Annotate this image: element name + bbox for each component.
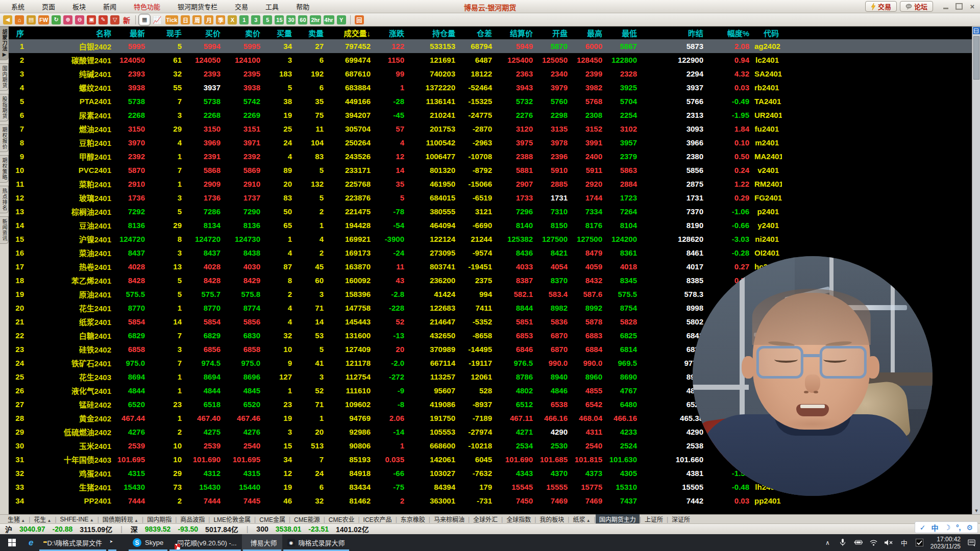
zoom-in-icon[interactable]: ⊕ (63, 15, 72, 24)
column-header-10[interactable]: 持仓量 (409, 28, 459, 38)
sidebar-tab-5[interactable]: 热点排名 (0, 186, 9, 213)
menu-item-2[interactable]: 板块 (72, 2, 86, 11)
board-tab-国债期转现[interactable]: 国债期转现 ▲ (99, 514, 142, 524)
column-header-2[interactable]: 最新 (114, 28, 149, 38)
menu-item-3[interactable]: 新闻 (103, 2, 116, 11)
taskbar-app-Skype[interactable]: SSkype (128, 534, 168, 551)
board-tab-ICE农产品[interactable]: ICE农产品 (360, 514, 396, 524)
board-tab-全球指数[interactable]: 全球指数 (503, 514, 534, 524)
menu-item-5[interactable]: 银河期货专栏 (178, 2, 217, 11)
column-header-8[interactable]: 成交量↓ (328, 28, 375, 38)
notification-icon[interactable] (967, 538, 976, 547)
scrollbar-down-arrow[interactable]: ▼ (972, 508, 980, 513)
quote-row-豆油2401[interactable]: 14豆油240181362981348136651194428-54464094… (9, 218, 972, 232)
board-tab-纸浆[interactable]: 纸浆 ▲ (569, 514, 594, 524)
period-2hr-icon[interactable]: 2hr (310, 15, 321, 24)
maximize-button[interactable] (954, 3, 964, 10)
board-tab-SHFE-INE[interactable]: SHFE-INE ▲ (57, 515, 97, 523)
board-tab-商品波指[interactable]: 商品波指 (177, 514, 208, 524)
microphone-icon[interactable] (839, 538, 847, 547)
ime-lang-icon[interactable]: 中 (900, 538, 909, 547)
sidebar-tab-0[interactable]: 胡蒙刀法▶ (0, 27, 9, 60)
column-header-11[interactable]: 仓差 (459, 28, 496, 38)
column-header-12[interactable]: 结算价 (496, 28, 537, 38)
zoom-out-icon[interactable]: ⊖ (75, 15, 84, 24)
column-header-4[interactable]: 买价 (186, 28, 225, 38)
board-tab-LME伦敦金属[interactable]: LME伦敦金属 (210, 514, 254, 524)
scrollbar-thumb[interactable] (973, 36, 979, 80)
taskbar-app-同花顺(v9.20.50) -...[interactable]: 同花顺(v9.20.50) -... (168, 534, 241, 551)
menu-item-8[interactable]: 帮助 (296, 2, 309, 11)
taskbar-app-嗨格式录屏大师[interactable]: ◉嗨格式录屏大师 (282, 534, 350, 551)
volume-muted-icon[interactable] (885, 538, 893, 547)
forum-button[interactable]: 论坛 (900, 1, 933, 12)
board-tab-生猪[interactable]: 生猪 ▲ (4, 514, 29, 524)
column-header-9[interactable]: 涨跌 (375, 28, 409, 38)
filter-icon[interactable]: ▽ (110, 15, 119, 24)
period-15-icon[interactable]: 15 (275, 15, 284, 24)
taskbar-app-ie-icon[interactable]: e (23, 534, 38, 551)
period-Y-icon[interactable]: Y (337, 15, 346, 24)
period-3-icon[interactable]: 3 (251, 15, 260, 24)
quote-row-纯碱2401[interactable]: 3纯碱2401239332239323951831926876109974020… (9, 67, 972, 81)
board-tab-东京橡胶[interactable]: 东京橡胶 (397, 514, 429, 524)
column-header-1[interactable]: 名称 (30, 28, 114, 38)
quote-row-燃油2401[interactable]: 7燃油240131502931503151251130570457201753-… (9, 122, 972, 136)
column-header-15[interactable]: 最低 (606, 28, 641, 38)
period-回-icon[interactable]: 回 (355, 15, 364, 24)
column-header-6[interactable]: 买量 (264, 28, 296, 38)
period-X-icon[interactable]: X (228, 15, 237, 24)
period-4hr-icon[interactable]: 4hr (324, 15, 334, 24)
draw-icon[interactable]: ✎ (99, 15, 108, 24)
layers-icon[interactable]: ▣ (87, 15, 96, 24)
ime-punct-icon[interactable]: °, (956, 523, 961, 532)
period-Tick-icon[interactable]: Tick (165, 15, 179, 24)
sidebar-tab-2[interactable]: 股指期货 (0, 94, 9, 121)
period-1-icon[interactable]: 1 (239, 15, 249, 24)
sidebar-tab-3[interactable]: 期权报价 (0, 124, 9, 152)
taskbar-app-博易大师[interactable]: 博易大师 (242, 534, 282, 551)
sidebar-tab-6[interactable]: 新闻资讯 (0, 216, 9, 244)
ime-settings-icon[interactable]: ⚙ (966, 523, 973, 532)
new-icon[interactable]: 新 (122, 15, 131, 24)
board-tab-国内期指[interactable]: 国内期指 (143, 514, 175, 524)
board-tab-马来棕榈油[interactable]: 马来棕榈油 (430, 514, 468, 524)
scrollbar-grid-icon[interactable] (973, 27, 980, 34)
board-tab-国内期货主力[interactable]: 国内期货主力 (596, 514, 640, 524)
wifi-icon[interactable] (869, 538, 878, 547)
period-月-icon[interactable]: 月 (204, 15, 213, 24)
quote-row-玻璃2401[interactable]: 12玻璃240117363173617378352238765684015-65… (9, 191, 972, 205)
sidebar-tab-4[interactable]: 期权策略 (0, 155, 9, 183)
quote-row-白银2402[interactable]: 1白银2402599555994599534277974521225331536… (9, 39, 972, 53)
tray-expand-icon[interactable]: ∧ (823, 538, 832, 547)
quote-row-甲醇2401[interactable]: 9甲醇24012392123912392483243526121006477-1… (9, 149, 972, 163)
taskbar-clock[interactable]: 17:00:42 2023/11/25 (930, 536, 961, 550)
period-季-icon[interactable]: 季 (216, 15, 225, 24)
period-60-icon[interactable]: 60 (298, 15, 307, 24)
ime-toolbar[interactable]: ✓中☽°,⚙ (915, 521, 978, 533)
sidebar-tab-1[interactable]: 国内期货 (0, 63, 9, 91)
ime-cn-icon[interactable]: 中 (931, 522, 938, 533)
back-icon[interactable]: ◀ (3, 15, 12, 24)
close-button[interactable]: × (968, 3, 977, 10)
board-tab-花生[interactable]: 花生 ▲ (30, 514, 55, 524)
taskbar-app-D:\嗨格式录屏文件[interactable]: D:\嗨格式录屏文件 (38, 534, 107, 551)
period-日-icon[interactable]: 日 (181, 15, 190, 24)
column-header-14[interactable]: 最高 (572, 28, 606, 38)
minimize-button[interactable] (941, 3, 950, 10)
table-scrollbar[interactable]: ▼ (972, 27, 980, 514)
quote-row-碳酸锂2401[interactable]: 2碳酸锂240112405061124050124100366994741150… (9, 53, 972, 67)
column-header-18[interactable]: 代码 (754, 28, 782, 38)
refresh-icon[interactable]: ↻ (52, 15, 61, 24)
menu-item-4[interactable]: 特色功能 (134, 2, 160, 11)
column-header-16[interactable]: 昨结 (641, 28, 707, 38)
column-header-5[interactable]: 卖价 (225, 28, 264, 38)
column-header-17[interactable]: 幅度% (707, 28, 754, 38)
ime-mode-icon[interactable] (915, 538, 924, 547)
start-button[interactable] (0, 534, 23, 551)
quote-row-棕榈油2401[interactable]: 13棕榈油24017292572867290502221475-78380555… (9, 205, 972, 218)
trade-button[interactable]: 交易 (865, 1, 897, 12)
menu-item-7[interactable]: 工具 (265, 2, 279, 11)
board-tab-上证所[interactable]: 上证所 (641, 514, 667, 524)
board-tab-深证所[interactable]: 深证所 (668, 514, 694, 524)
